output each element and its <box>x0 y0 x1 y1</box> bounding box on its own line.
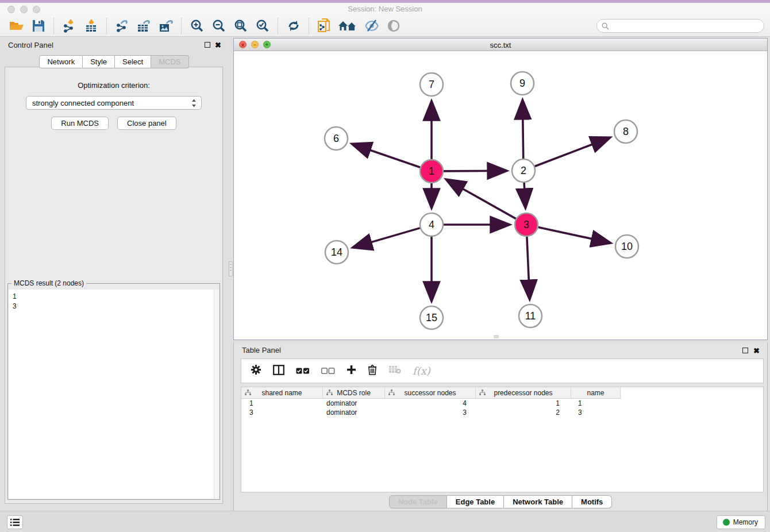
run-mcds-button[interactable]: Run MCDS <box>51 117 109 130</box>
export-network-button[interactable] <box>111 17 133 35</box>
graph-edge-3-10[interactable] <box>538 227 610 242</box>
graph-node-4[interactable]: 4 <box>420 213 443 236</box>
graph-edge-1-2[interactable] <box>444 171 506 171</box>
graph-node-11[interactable]: 11 <box>519 304 542 327</box>
criterion-dropdown-value: strongly connected component <box>32 99 134 107</box>
table-cell[interactable]: 1 <box>241 399 323 407</box>
column-header-name[interactable]: name <box>571 387 621 398</box>
toolbar-separator <box>181 18 182 34</box>
open-session-button[interactable] <box>6 17 28 35</box>
export-image-button[interactable] <box>155 17 177 35</box>
table-settings-button[interactable] <box>251 364 261 377</box>
hide-eye-button[interactable] <box>383 17 405 35</box>
graph-node-7[interactable]: 7 <box>420 73 443 96</box>
graph-edge-2-3[interactable] <box>524 183 525 207</box>
function-builder-button[interactable]: f(x) <box>413 365 430 377</box>
optimization-criterion-label: Optimization criterion: <box>5 81 222 90</box>
tab-node-table[interactable]: Node Table <box>389 495 447 508</box>
tab-network-table[interactable]: Network Table <box>504 495 572 508</box>
tab-style[interactable]: Style <box>83 55 115 68</box>
first-neighbors-button[interactable] <box>336 17 361 35</box>
select-all-columns-button[interactable] <box>296 366 310 376</box>
svg-text:2: 2 <box>521 165 526 176</box>
column-header-MCDS-role[interactable]: MCDS role <box>323 387 385 398</box>
table-cell[interactable]: 2 <box>476 408 571 417</box>
column-header-shared-name[interactable]: shared name <box>241 387 323 398</box>
create-column-button[interactable] <box>346 365 356 377</box>
graph-node-2[interactable]: 2 <box>512 159 535 182</box>
close-panel-button[interactable]: Close panel <box>117 117 176 130</box>
graph-edge-2-9[interactable] <box>522 101 523 159</box>
table-cell[interactable]: 4 <box>385 399 476 407</box>
clone-network-button[interactable] <box>314 17 336 35</box>
table-cell[interactable]: 3 <box>241 408 323 417</box>
graph-edge-3-11[interactable] <box>527 237 530 299</box>
table-cell[interactable]: dominator <box>323 399 385 407</box>
mcds-result-area[interactable]: 13 <box>9 290 219 499</box>
graph-node-14[interactable]: 14 <box>325 241 348 264</box>
tab-motifs[interactable]: Motifs <box>572 495 612 508</box>
tab-edge-table[interactable]: Edge Table <box>447 495 504 508</box>
graph-node-9[interactable]: 9 <box>511 72 534 95</box>
table-cell[interactable]: 3 <box>571 408 621 417</box>
delete-column-button[interactable] <box>368 364 377 377</box>
graph-edge-4-14[interactable] <box>353 228 420 248</box>
graph-node-10[interactable]: 10 <box>615 235 638 258</box>
graph-edge-2-8[interactable] <box>535 138 610 167</box>
delete-table-button[interactable] <box>388 365 401 376</box>
column-header-successor-nodes[interactable]: successor nodes <box>385 387 476 398</box>
graphics-details-slash-icon <box>364 19 379 33</box>
show-column-button[interactable] <box>273 365 284 377</box>
table-cell[interactable]: dominator <box>323 408 385 417</box>
show-graphics-details-button[interactable] <box>361 17 383 35</box>
table-row[interactable]: 1dominator411 <box>241 399 763 408</box>
graph-node-1[interactable]: 1 <box>420 160 443 183</box>
table-cell[interactable]: 3 <box>385 408 476 417</box>
trash-icon <box>368 364 377 375</box>
network-canvas[interactable]: 7968124314101511 <box>234 51 767 340</box>
column-tree-icon <box>326 390 333 396</box>
graph-node-3[interactable]: 3 <box>515 213 538 236</box>
search-input[interactable] <box>611 20 764 32</box>
graph-edge-3-1[interactable] <box>446 180 516 219</box>
graph-node-8[interactable]: 8 <box>614 120 637 143</box>
table-row[interactable]: 3dominator323 <box>241 408 763 417</box>
memory-button[interactable]: Memory <box>717 515 765 529</box>
tab-select[interactable]: Select <box>115 55 151 68</box>
memory-label: Memory <box>733 518 758 526</box>
graph-edge-1-6[interactable] <box>352 144 420 167</box>
tab-mcds[interactable]: MCDS <box>151 55 188 68</box>
graph-node-15[interactable]: 15 <box>420 306 443 329</box>
toolbar-separator <box>309 18 310 34</box>
zoom-in-button[interactable] <box>186 17 208 35</box>
table-cell[interactable]: 1 <box>476 399 571 407</box>
zoom-fit-button[interactable] <box>230 17 252 35</box>
graph-node-6[interactable]: 6 <box>325 127 348 150</box>
unselect-all-columns-button[interactable] <box>321 366 335 376</box>
table-panel-close-icon[interactable]: ✖ <box>753 347 760 354</box>
gear-icon <box>251 364 261 375</box>
mcds-result-title: MCDS result (2 nodes) <box>11 279 86 287</box>
table-panel-float-icon[interactable] <box>742 348 748 353</box>
mcds-result-group: MCDS result (2 nodes) 13 <box>7 283 220 500</box>
save-session-button[interactable] <box>28 17 49 35</box>
network-view-window: x − + scc.txt 7968124314101511 <box>233 38 768 340</box>
panel-splitter-grip[interactable] <box>229 261 233 276</box>
table-cell[interactable]: 1 <box>571 399 621 407</box>
task-history-button[interactable] <box>7 515 23 529</box>
network-window-titlebar[interactable]: x − + scc.txt <box>234 38 767 51</box>
export-network-icon <box>116 19 129 33</box>
tab-network[interactable]: Network <box>39 55 83 68</box>
mcds-result-scrollbar[interactable] <box>214 290 219 499</box>
apply-layout-button[interactable] <box>283 17 305 35</box>
column-header-predecessor-nodes[interactable]: predecessor nodes <box>476 387 571 398</box>
control-panel-float-icon[interactable] <box>205 42 210 48</box>
import-table-button[interactable] <box>80 17 102 35</box>
criterion-dropdown[interactable]: strongly connected component <box>26 96 202 110</box>
export-table-button[interactable] <box>133 17 155 35</box>
control-panel-close-icon[interactable]: ✖ <box>215 41 221 49</box>
canvas-scrollbar-thumb[interactable] <box>494 335 499 338</box>
zoom-selected-button[interactable] <box>252 17 274 35</box>
zoom-out-button[interactable] <box>208 17 230 35</box>
import-network-button[interactable] <box>59 17 80 35</box>
